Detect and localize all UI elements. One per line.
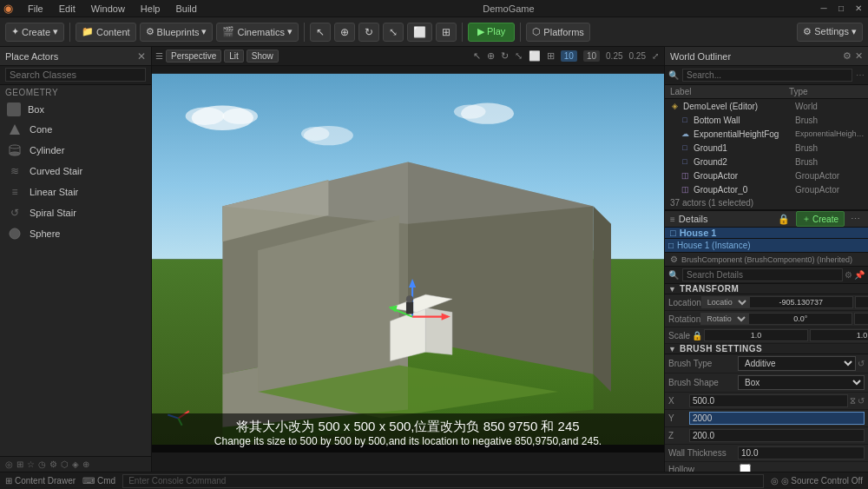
maximize-icon[interactable]: ⤢ bbox=[652, 51, 659, 61]
outliner-item-groupactor[interactable]: ◫ GroupActor GroupActor bbox=[665, 169, 868, 182]
left-panel-icon-1[interactable]: ◎ bbox=[5, 459, 13, 469]
brush-type-label: Brush Type bbox=[668, 359, 738, 368]
outliner-close-icon[interactable]: ✕ bbox=[855, 50, 863, 62]
settings-button[interactable]: ⚙ Settings ▾ bbox=[797, 23, 863, 42]
z-input[interactable] bbox=[689, 429, 865, 442]
outliner-item-bottomwall[interactable]: □ Bottom Wall Brush bbox=[665, 113, 868, 127]
brush-shape-select[interactable]: Box bbox=[738, 375, 865, 390]
geo-item-cylinder[interactable]: Cylinder bbox=[0, 140, 151, 161]
left-panel-icon-7[interactable]: ◈ bbox=[72, 459, 79, 469]
location-type-select[interactable]: Location ▾ bbox=[701, 296, 749, 308]
cinematics-button[interactable]: 🎬 Cinematics ▾ bbox=[216, 23, 298, 42]
viewport-icon-1[interactable]: ↖ bbox=[473, 50, 481, 62]
transform-tool[interactable]: ⊕ bbox=[334, 23, 355, 42]
platforms-button[interactable]: ⬡ Platforms bbox=[526, 23, 589, 42]
play-button[interactable]: ▶ Play bbox=[468, 23, 515, 42]
scale-tool[interactable]: ⤡ bbox=[383, 23, 404, 42]
geo-item-box[interactable]: Box bbox=[0, 100, 151, 119]
viewport-icon-6[interactable]: ⊞ bbox=[547, 50, 555, 62]
viewport-lit-btn[interactable]: Lit bbox=[224, 50, 244, 63]
left-panel-icon-6[interactable]: ⬡ bbox=[61, 459, 69, 469]
rotation-type-select[interactable]: Rotation ▾ bbox=[700, 313, 748, 325]
transform-section-header[interactable]: ▼ TRANSFORM bbox=[665, 284, 868, 294]
rotate-tool[interactable]: ↻ bbox=[358, 23, 379, 42]
left-panel-icon-2[interactable]: ⊞ bbox=[16, 459, 23, 469]
left-panel-icon-4[interactable]: ◷ bbox=[38, 459, 46, 469]
outliner-settings-icon[interactable]: ⚙ bbox=[843, 50, 852, 62]
geo-item-linear-stair[interactable]: ≡ Linear Stair bbox=[0, 182, 151, 202]
viewport-icon-4[interactable]: ⤡ bbox=[515, 50, 523, 62]
menu-window[interactable]: Window bbox=[89, 3, 128, 14]
brush-type-select[interactable]: Additive bbox=[738, 356, 856, 371]
viewport-show-btn[interactable]: Show bbox=[247, 50, 279, 63]
svg-point-13 bbox=[454, 104, 486, 118]
details-settings-icon[interactable]: ⚙ bbox=[845, 270, 852, 280]
geo-item-spiral-stair[interactable]: ↺ Spiral Stair bbox=[0, 202, 151, 223]
scale-lock-icon[interactable]: 🔒 bbox=[692, 331, 702, 340]
viewport-icon-2[interactable]: ⊕ bbox=[487, 50, 495, 62]
viewport[interactable]: ☰ Perspective Lit Show ↖ ⊕ ↻ ⤡ ⬜ ⊞ 10 10… bbox=[152, 47, 664, 472]
outliner-search-input[interactable] bbox=[682, 69, 852, 82]
viewport-icon-3[interactable]: ↻ bbox=[501, 50, 509, 62]
outliner-options-icon[interactable]: ⋯ bbox=[856, 70, 865, 80]
minimize-button[interactable]: ─ bbox=[818, 3, 830, 15]
left-panel-icon-3[interactable]: ☆ bbox=[27, 459, 35, 469]
svg-marker-20 bbox=[594, 206, 611, 392]
brush-section-header[interactable]: ▼ BRUSH SETTINGS bbox=[665, 344, 868, 354]
menu-build[interactable]: Build bbox=[173, 3, 199, 14]
scale-y-input[interactable] bbox=[810, 329, 868, 341]
details-menu-icon[interactable]: ≡ bbox=[670, 215, 675, 224]
viewport-mode-btn[interactable]: Perspective bbox=[166, 50, 221, 63]
y-input[interactable] bbox=[689, 412, 865, 425]
viewport-canvas[interactable]: 将其大小改为 500 x 500 x 500,位置改为负 850 9750 和 … bbox=[152, 66, 664, 453]
outliner-item-demolevel[interactable]: ◈ DemoLevel (Editor) World bbox=[665, 99, 868, 113]
outliner-item-ground2[interactable]: □ Ground2 Brush bbox=[665, 155, 868, 169]
outliner-item-groupactor0[interactable]: ◫ GroupActor_0 GroupActor bbox=[665, 182, 868, 196]
menu-edit[interactable]: Edit bbox=[56, 3, 78, 14]
details-pin-icon[interactable]: 📌 bbox=[854, 270, 865, 280]
rect-select-tool[interactable]: ⬜ bbox=[407, 23, 432, 42]
left-panel-icon-5[interactable]: ⚙ bbox=[49, 459, 57, 469]
search-input[interactable] bbox=[5, 68, 146, 82]
viewport-icon-5[interactable]: ⬜ bbox=[529, 50, 541, 62]
left-panel-icon-8[interactable]: ⊕ bbox=[82, 459, 89, 469]
select-tool[interactable]: ↖ bbox=[310, 23, 331, 42]
add-component-button[interactable]: ＋ Create bbox=[796, 211, 845, 227]
scale-x-input[interactable] bbox=[704, 329, 808, 341]
place-actors-header: Place Actors ✕ bbox=[0, 47, 151, 66]
menu-file[interactable]: File bbox=[25, 3, 46, 14]
close-button[interactable]: ✕ bbox=[852, 3, 865, 15]
geo-item-cone[interactable]: Cone bbox=[0, 119, 151, 140]
rotation-y-input[interactable] bbox=[854, 313, 868, 325]
snapping-tool[interactable]: ⊞ bbox=[436, 23, 457, 42]
details-search-input[interactable] bbox=[682, 268, 843, 281]
source-control-status[interactable]: ◎ ◎ Source Control Off bbox=[771, 476, 863, 486]
geo-item-sphere[interactable]: Sphere bbox=[0, 223, 151, 244]
angle-label: 10 bbox=[583, 50, 600, 62]
brush-type-reset-icon[interactable]: ↺ bbox=[858, 359, 865, 368]
details-lock-icon[interactable]: 🔒 bbox=[775, 213, 792, 226]
details-more-icon[interactable]: ⋯ bbox=[848, 213, 863, 226]
geo-item-curved-stair[interactable]: ≋ Curved Stair bbox=[0, 161, 151, 182]
cmd-button[interactable]: ⌨ Cmd bbox=[82, 476, 115, 486]
menu-help[interactable]: Help bbox=[138, 3, 163, 14]
viewport-menu-icon[interactable]: ☰ bbox=[155, 51, 163, 61]
location-y-input[interactable] bbox=[855, 296, 868, 308]
outliner-item-ground1[interactable]: □ Ground1 Brush bbox=[665, 141, 868, 155]
content-button[interactable]: 📁 Content bbox=[76, 23, 136, 42]
x-reset-icon[interactable]: ↺ bbox=[858, 396, 865, 406]
location-x-input[interactable] bbox=[749, 296, 853, 308]
place-actors-close[interactable]: ✕ bbox=[137, 50, 146, 63]
outliner-label-5: GroupActor bbox=[694, 171, 795, 181]
geometry-header: GEOMETRY bbox=[0, 85, 151, 100]
separator3 bbox=[462, 23, 463, 42]
hollow-checkbox[interactable] bbox=[740, 464, 751, 472]
maximize-button[interactable]: □ bbox=[835, 3, 847, 15]
x-input[interactable] bbox=[689, 394, 848, 407]
wall-thickness-input[interactable] bbox=[738, 446, 865, 459]
outliner-item-fog[interactable]: ☁ ExponentialHeightFog ExponentialHeight… bbox=[665, 127, 868, 141]
rotation-x-input[interactable] bbox=[748, 313, 852, 325]
content-drawer-button[interactable]: ⊞ Content Drawer bbox=[5, 476, 76, 486]
blueprints-button[interactable]: ⚙ Blueprints ▾ bbox=[140, 23, 214, 42]
create-button[interactable]: ✦ Create ▾ bbox=[5, 23, 64, 42]
